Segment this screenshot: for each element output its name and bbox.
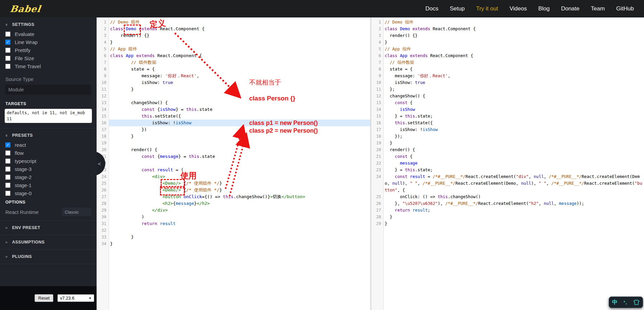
code-line: 25 onClick: () => this.changeShow() xyxy=(371,193,644,200)
preset-flow[interactable]: flow xyxy=(0,149,97,157)
reset-button[interactable]: Reset xyxy=(35,294,53,302)
nav-item-blog[interactable]: Blog xyxy=(538,5,550,12)
preset-stage-3[interactable]: stage-3 xyxy=(0,165,97,173)
checkbox-icon[interactable] xyxy=(5,175,10,180)
code-line: 3 render() {} xyxy=(97,32,370,39)
targets-input[interactable]: defaults, not ie 11, not ie_mob 11 xyxy=(5,109,92,123)
code-line: 14 const {isShow} = this.state xyxy=(97,106,370,113)
code-text: render() { xyxy=(383,146,644,153)
code-line: 19 xyxy=(97,140,370,146)
preset-typescript[interactable]: typescript xyxy=(0,157,97,165)
code-text: onClick: () => this.changeShow() xyxy=(383,193,644,200)
line-number: 4 xyxy=(97,39,109,46)
react-runtime-select[interactable]: Classic xyxy=(62,208,91,216)
code-text: render() {} xyxy=(109,32,370,39)
section-env-preset[interactable]: >ENV PRESET xyxy=(0,220,97,235)
setting-time-travel[interactable]: Time Travel xyxy=(0,62,97,70)
compiled-output-pane[interactable]: 1// Demo 组件2class Demo extends React.Com… xyxy=(371,17,644,310)
code-line: 22 message xyxy=(371,160,644,167)
code-line: 7 // 组件数据 xyxy=(371,59,644,66)
code-line: 3 render() {} xyxy=(371,32,644,39)
nav-item-try-it-out[interactable]: Try it out xyxy=(476,5,498,12)
code-line: 12 xyxy=(97,93,370,99)
checkbox-icon[interactable] xyxy=(5,167,10,172)
chevron-down-icon: ∨ xyxy=(5,23,9,27)
nav-item-team[interactable]: Team xyxy=(591,5,605,12)
ime-toolbar[interactable]: 中 °, xyxy=(609,297,643,308)
react-runtime-row: React Runtime Classic xyxy=(0,206,97,220)
setting-line-wrap[interactable]: ✓Line Wrap xyxy=(0,38,97,46)
checkbox-icon[interactable] xyxy=(5,159,10,164)
preset-stage-0[interactable]: stage-0 xyxy=(0,189,97,197)
line-number: 9 xyxy=(371,73,383,79)
checkbox-label: stage-1 xyxy=(15,182,32,188)
code-line: 28 <h2>{message}</h2> xyxy=(97,200,370,207)
line-number: 29 xyxy=(371,220,383,227)
setting-evaluate[interactable]: Evaluate xyxy=(0,30,97,38)
preset-stage-1[interactable]: stage-1 xyxy=(0,181,97,189)
line-number: 14 xyxy=(371,106,383,113)
checkbox-label: stage-3 xyxy=(15,166,32,172)
code-text: }, "\u5207\u6362"), /*#__PURE__*/React.c… xyxy=(383,200,644,207)
source-editor-pane[interactable]: 1// Demo 组件2class Demo extends React.Com… xyxy=(97,17,370,310)
setting-file-size[interactable]: File Size xyxy=(0,54,97,62)
checkbox-checked-icon[interactable]: ✓ xyxy=(5,142,10,147)
code-text: render() {} xyxy=(383,32,644,39)
nav-item-donate[interactable]: Donate xyxy=(561,5,580,12)
code-text: <h2>{message}</h2> xyxy=(109,200,370,207)
nav-item-docs[interactable]: Docs xyxy=(425,5,438,12)
line-number: 7 xyxy=(371,59,383,66)
pane-divider[interactable] xyxy=(370,17,371,310)
line-number: 22 xyxy=(371,160,383,167)
code-line: 10 isShow: true xyxy=(371,79,644,86)
checkbox-icon[interactable] xyxy=(5,56,10,61)
ime-language-indicator[interactable]: 中 xyxy=(612,299,618,306)
line-number: 13 xyxy=(371,99,383,106)
presets-checkbox-group: ✓reactflowtypescriptstage-3stage-2stage-… xyxy=(0,141,97,197)
line-number: 4 xyxy=(371,39,383,46)
line-number: 8 xyxy=(97,66,109,73)
preset-react[interactable]: ✓react xyxy=(0,141,97,149)
code-line: 13 changeShow() { xyxy=(97,99,370,106)
version-select[interactable]: v7.23.6 ▼ xyxy=(57,294,94,302)
version-value: v7.23.6 xyxy=(60,296,74,301)
ime-punctuation-icon[interactable]: °, xyxy=(624,300,627,305)
nav-item-github[interactable]: GitHub xyxy=(616,5,634,12)
checkbox-icon[interactable] xyxy=(5,32,10,37)
code-line: 24 <div> xyxy=(97,173,370,180)
code-line: 9 message: '你好，React', xyxy=(371,73,644,79)
checkbox-icon[interactable] xyxy=(5,191,10,196)
code-text: isShow: !isShow xyxy=(383,126,644,133)
checkbox-icon[interactable] xyxy=(5,150,10,156)
line-number: 25 xyxy=(371,193,383,200)
nav-item-videos[interactable]: Videos xyxy=(509,5,527,12)
preset-stage-2[interactable]: stage-2 xyxy=(0,173,97,181)
checkbox-icon[interactable] xyxy=(5,183,10,188)
code-text: } xyxy=(109,86,370,93)
setting-prettify[interactable]: Prettify xyxy=(0,46,97,54)
line-number: 16 xyxy=(371,120,383,126)
code-text: }) xyxy=(109,126,370,133)
nav-item-setup[interactable]: Setup xyxy=(450,5,465,12)
babel-logo[interactable]: Babel xyxy=(9,4,42,14)
source-code[interactable]: 1// Demo 组件2class Demo extends React.Com… xyxy=(97,17,370,247)
code-line: 18 }); xyxy=(371,133,644,140)
presets-section-header[interactable]: ∨ PRESETS xyxy=(0,128,97,141)
source-type-select[interactable]: Module xyxy=(5,85,91,95)
section-assumptions[interactable]: >ASSUMPTIONS xyxy=(0,235,97,249)
checkbox-icon[interactable] xyxy=(5,48,10,53)
code-line: 1// Demo 组件 xyxy=(97,19,370,26)
line-number: 2 xyxy=(371,26,383,32)
ime-skin-shirt-icon[interactable] xyxy=(633,300,640,305)
code-text: const {isShow} = this.state xyxy=(109,106,370,113)
code-text: return result; xyxy=(383,207,644,214)
line-number: 1 xyxy=(371,19,383,26)
line-number: 3 xyxy=(97,32,109,39)
chevron-left-icon: < xyxy=(98,161,101,167)
chevron-down-icon: ∨ xyxy=(5,133,9,138)
checkbox-checked-icon[interactable]: ✓ xyxy=(5,40,10,45)
settings-section-header[interactable]: ∨ SETTINGS xyxy=(0,17,97,30)
section-plugins[interactable]: >PLUGINS xyxy=(0,249,97,264)
compiled-code: 1// Demo 组件2class Demo extends React.Com… xyxy=(371,17,644,227)
checkbox-icon[interactable] xyxy=(5,64,10,69)
